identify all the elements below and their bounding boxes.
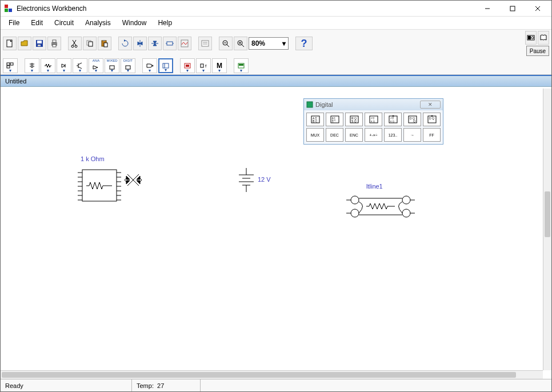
chevron-down-icon: ▾	[202, 68, 205, 73]
graph-button[interactable]	[178, 37, 191, 50]
digital-ics-button[interactable]: DIGIT▾	[121, 58, 135, 73]
indicators-button[interactable]: ▾	[180, 58, 195, 73]
canvas[interactable]: 1 k Ohm	[1, 87, 551, 379]
digital-button[interactable]: ▾	[158, 58, 173, 73]
chevron-down-icon: ▾	[218, 68, 221, 73]
battery-label: 12 V	[258, 176, 271, 183]
properties-button[interactable]	[198, 37, 212, 50]
tline-label: ltline1	[366, 183, 383, 190]
battery[interactable]	[232, 167, 261, 195]
svg-rect-57	[186, 65, 189, 67]
svg-point-85	[351, 209, 359, 217]
flip-h-button[interactable]	[133, 37, 147, 50]
svg-rect-20	[104, 43, 107, 47]
menu-help[interactable]: Help	[152, 18, 178, 28]
instruments-button[interactable]: ▾	[234, 58, 249, 73]
arith-button[interactable]: +-×÷	[365, 128, 382, 142]
chevron-down-icon: ▾	[127, 68, 129, 73]
svg-rect-2	[5, 9, 8, 12]
chevron-down-icon: ▾	[63, 68, 65, 73]
jk-ff-pc-button[interactable]: J QK Q	[384, 113, 402, 126]
svg-rect-13	[53, 45, 56, 47]
controls-button[interactable]: f▾	[196, 58, 211, 73]
horizontal-scrollbar[interactable]	[1, 370, 543, 379]
full-adder-button[interactable]: A ΣB CC	[326, 113, 343, 126]
dec-button[interactable]: DEC	[326, 128, 343, 142]
cut-button[interactable]	[68, 37, 82, 50]
counter-button[interactable]: 123..	[384, 128, 402, 142]
svg-rect-36	[528, 36, 531, 39]
d-ff-button[interactable]: D QQ	[403, 113, 421, 126]
print-button[interactable]	[47, 37, 61, 50]
open-button[interactable]	[18, 37, 31, 50]
half-adder-button[interactable]: A ΣB C	[306, 113, 324, 126]
transmission-line[interactable]	[343, 191, 418, 220]
svg-line-29	[227, 45, 229, 47]
status-temp: Temp: 27	[132, 379, 201, 391]
sources-button[interactable]: ▾	[25, 58, 39, 73]
menu-file[interactable]: File	[3, 18, 25, 28]
pause-button[interactable]: Pause	[526, 46, 549, 56]
maximize-button[interactable]	[500, 1, 525, 16]
mux-button[interactable]: MUX	[306, 128, 324, 142]
svg-point-84	[402, 196, 410, 204]
paste-button[interactable]	[98, 37, 111, 50]
chevron-down-icon: ▾	[149, 68, 151, 73]
zoom-in-button[interactable]	[234, 37, 247, 50]
logic-gates-button[interactable]: ▾	[142, 58, 157, 73]
main-toolbar: 80% ▾ ? Pause	[1, 29, 551, 57]
menu-analysis[interactable]: Analysis	[79, 18, 117, 28]
menu-window[interactable]: Window	[117, 18, 153, 28]
svg-text:S Q: S Q	[351, 119, 357, 123]
svg-rect-25	[202, 41, 209, 46]
basic-button[interactable]: ▾	[41, 58, 55, 73]
copy-button[interactable]	[83, 37, 97, 50]
svg-rect-91	[307, 102, 313, 107]
power-switch[interactable]	[525, 31, 537, 45]
mixed-ics-button[interactable]: MIXED▾	[105, 58, 119, 73]
svg-point-83	[351, 196, 359, 204]
palette-close-button[interactable]: ✕	[420, 101, 441, 109]
misc-button[interactable]: M▾	[212, 58, 227, 73]
favorites-dropdown[interactable]: ▾	[3, 58, 18, 73]
jk-ff-button[interactable]: J QK Q	[365, 113, 382, 126]
rotate-button[interactable]	[118, 37, 132, 50]
palette-titlebar[interactable]: Digital ✕	[304, 99, 443, 110]
chevron-down-icon: ▾	[165, 67, 167, 73]
enc-button[interactable]: ENC	[345, 128, 363, 142]
document-tab[interactable]: Untitled	[1, 76, 551, 87]
menu-edit[interactable]: Edit	[25, 18, 49, 28]
digital-palette[interactable]: Digital ✕ A ΣB C A ΣB CC R QS Q J QK Q J…	[303, 98, 443, 145]
help-button[interactable]: ?	[295, 37, 313, 50]
svg-text:f: f	[205, 63, 207, 69]
svg-rect-17	[89, 42, 93, 46]
shift-reg-button[interactable]: →	[403, 128, 421, 142]
chevron-down-icon: ▾	[31, 68, 33, 73]
flip-v-button[interactable]	[148, 37, 162, 50]
new-button[interactable]	[3, 37, 17, 50]
svg-text:Q: Q	[413, 119, 415, 123]
palette-title: Digital	[315, 101, 418, 108]
diodes-button[interactable]: ▾	[57, 58, 71, 73]
book-icon[interactable]	[538, 31, 549, 45]
analog-ics-button[interactable]: ANA▾	[89, 58, 103, 73]
menu-circuit[interactable]: Circuit	[49, 18, 79, 28]
subcircuit-button[interactable]	[163, 37, 177, 50]
svg-line-32	[242, 45, 244, 47]
rs-ff-button[interactable]: R QS Q	[345, 113, 363, 126]
save-button[interactable]	[33, 37, 46, 50]
vertical-scrollbar[interactable]	[543, 89, 551, 370]
close-button[interactable]	[525, 1, 550, 16]
titlebar: Electronics Workbench	[1, 1, 551, 17]
resistor-pack[interactable]	[72, 164, 146, 210]
zoom-out-button[interactable]	[219, 37, 233, 50]
minimize-button[interactable]	[475, 1, 500, 16]
transistors-button[interactable]: ▾	[73, 58, 87, 73]
svg-point-86	[402, 209, 410, 217]
svg-text:C: C	[332, 121, 334, 123]
zoom-select[interactable]: 80% ▾	[249, 37, 289, 50]
ff-button[interactable]: FF	[423, 128, 441, 142]
d-ff-pc-button[interactable]: D Q	[423, 113, 441, 126]
svg-rect-10	[38, 45, 41, 46]
menubar: File Edit Circuit Analysis Window Help	[1, 17, 551, 29]
